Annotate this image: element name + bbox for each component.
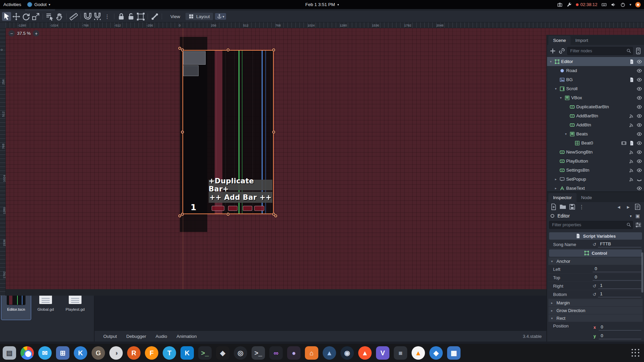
- eye-icon[interactable]: [637, 68, 642, 73]
- select-tool[interactable]: [2, 12, 11, 21]
- scene-node-settingsbtn[interactable]: SettingsBtn: [547, 166, 644, 175]
- tab-inspector[interactable]: Inspector: [548, 193, 577, 202]
- expander-icon[interactable]: ▸: [553, 177, 558, 181]
- dock-chrome-icon[interactable]: [20, 346, 34, 360]
- instance-scene-button[interactable]: [558, 47, 566, 55]
- dock-color-tool-icon[interactable]: ◑: [109, 346, 123, 360]
- object-extras-button[interactable]: ▣: [634, 212, 641, 220]
- signal-icon[interactable]: [629, 113, 634, 119]
- grid-snap-toggle[interactable]: [93, 12, 102, 21]
- dock-kdenlive-icon[interactable]: K: [180, 346, 194, 360]
- keyboard-layout-icon[interactable]: [601, 2, 607, 7]
- dock-purple-app-icon[interactable]: V: [376, 346, 389, 360]
- volume-icon[interactable]: [611, 2, 616, 7]
- signal-icon[interactable]: [629, 149, 634, 155]
- history-back-button[interactable]: ◂: [615, 203, 623, 210]
- new-resource-button[interactable]: [550, 203, 557, 210]
- scene-node-duplicatebarbtn[interactable]: DuplicateBarBtn: [547, 102, 644, 111]
- scene-node-beat0[interactable]: Beat0: [547, 138, 644, 147]
- dock-vlc-icon[interactable]: ▲: [412, 346, 425, 360]
- history-forward-button[interactable]: ▸: [625, 203, 632, 210]
- scene-node-addbarbtn[interactable]: AddBarBtn: [547, 111, 644, 120]
- scene-node-bg[interactable]: BG: [547, 75, 644, 84]
- scene-node-basetext[interactable]: ▸BaseText: [547, 184, 644, 191]
- property-value[interactable]: 0: [599, 333, 641, 339]
- smart-snap-toggle[interactable]: [83, 12, 92, 21]
- lock-object-button[interactable]: [117, 12, 126, 21]
- tab-import[interactable]: Import: [571, 36, 593, 45]
- scene-node-newsongbtn[interactable]: NewSongBtn: [547, 147, 644, 157]
- bottom-tab-animation[interactable]: Animation: [172, 332, 201, 341]
- group-object-button[interactable]: [136, 12, 145, 21]
- property-value[interactable]: 1: [598, 283, 641, 289]
- expander-icon[interactable]: ▸: [553, 186, 558, 190]
- eye-icon[interactable]: [637, 59, 642, 64]
- scene-node-editor[interactable]: ▾Editor: [547, 57, 644, 66]
- add-node-button[interactable]: [549, 47, 556, 55]
- eye-closed-icon[interactable]: [637, 177, 642, 182]
- property-value[interactable]: 0: [599, 324, 641, 330]
- revert-icon[interactable]: ↺: [593, 284, 596, 289]
- bottom-tab-output[interactable]: Output: [99, 332, 121, 341]
- eye-icon[interactable]: [637, 149, 642, 155]
- inspector-scrollbar[interactable]: [641, 252, 643, 293]
- remote-tree-button[interactable]: [635, 47, 642, 55]
- dock-shield-app-icon[interactable]: ◆: [429, 346, 443, 360]
- property-value[interactable]: FTTB: [598, 241, 641, 247]
- selection-handle[interactable]: [181, 49, 184, 52]
- system-menu-chevron-icon[interactable]: ▾: [630, 3, 631, 6]
- bottom-tab-audio[interactable]: Audio: [152, 332, 171, 341]
- tools-indicator-icon[interactable]: [567, 2, 572, 7]
- unlock-object-button[interactable]: [126, 12, 136, 21]
- dock-firefox-icon[interactable]: F: [145, 346, 158, 360]
- camera-indicator-icon[interactable]: [557, 2, 562, 7]
- zoom-out-button[interactable]: −: [8, 30, 15, 37]
- dock-home-app-icon[interactable]: ⌂: [305, 346, 318, 360]
- eye-icon[interactable]: [637, 131, 642, 137]
- show-applications-button[interactable]: [630, 347, 641, 359]
- eye-icon[interactable]: [637, 86, 642, 92]
- scene-node-playbutton[interactable]: PlayButton: [547, 157, 644, 166]
- property-value[interactable]: 1: [598, 291, 641, 297]
- scene-node-road[interactable]: Road: [547, 66, 644, 75]
- dock-console-icon[interactable]: >_: [252, 346, 265, 360]
- save-resource-button[interactable]: [569, 203, 576, 210]
- selection-handle[interactable]: [178, 215, 181, 218]
- app-menu-button[interactable]: Godot ▾: [27, 2, 50, 7]
- expander-icon[interactable]: ▾: [548, 60, 553, 63]
- dock-ghost-app-icon[interactable]: ●: [287, 346, 301, 360]
- dock-file-manager-icon[interactable]: ▤: [3, 346, 16, 360]
- scale-tool[interactable]: [31, 12, 40, 21]
- load-resource-button[interactable]: [559, 203, 567, 210]
- open-docs-button[interactable]: [634, 203, 641, 210]
- scene-node-vbox[interactable]: ▾VBox: [547, 93, 644, 102]
- layout-menu-button[interactable]: Layout: [185, 13, 213, 20]
- eye-icon[interactable]: [637, 77, 642, 82]
- filter-properties-input[interactable]: [549, 221, 633, 229]
- eye-icon[interactable]: [637, 95, 642, 101]
- dock-media-loop-icon[interactable]: ∞: [269, 346, 283, 360]
- dock-brave-icon[interactable]: ▲: [358, 346, 372, 360]
- dock-obs-icon[interactable]: ◎: [234, 346, 247, 360]
- dock-kde-app-icon[interactable]: K: [74, 346, 87, 360]
- duplicate-bar-button[interactable]: +Duplicate Bar+: [209, 180, 272, 190]
- zoom-in-button[interactable]: +: [33, 30, 39, 37]
- signal-icon[interactable]: [629, 177, 634, 182]
- selection-handle[interactable]: [181, 131, 184, 134]
- eye-icon[interactable]: [637, 122, 642, 128]
- eye-icon[interactable]: [637, 159, 642, 164]
- eye-icon[interactable]: [637, 113, 642, 119]
- anchor-preset-button[interactable]: ▾: [215, 13, 226, 20]
- eye-icon[interactable]: [637, 168, 642, 173]
- selection-handle[interactable]: [181, 213, 184, 216]
- dock-gimp-icon[interactable]: G: [92, 346, 105, 360]
- eye-icon[interactable]: [637, 186, 642, 191]
- dock-software-store-icon[interactable]: ⊞: [56, 346, 69, 360]
- dock-dev-app-icon[interactable]: ▲: [323, 346, 336, 360]
- filter-nodes-input[interactable]: [567, 47, 633, 55]
- dock-steam-icon[interactable]: ◉: [340, 346, 354, 360]
- resource-menu-button[interactable]: ⋮: [578, 203, 585, 210]
- group-anchor[interactable]: ▾Anchor: [548, 257, 643, 265]
- dock-telegram-icon[interactable]: T: [163, 346, 176, 360]
- eye-icon[interactable]: [637, 104, 642, 110]
